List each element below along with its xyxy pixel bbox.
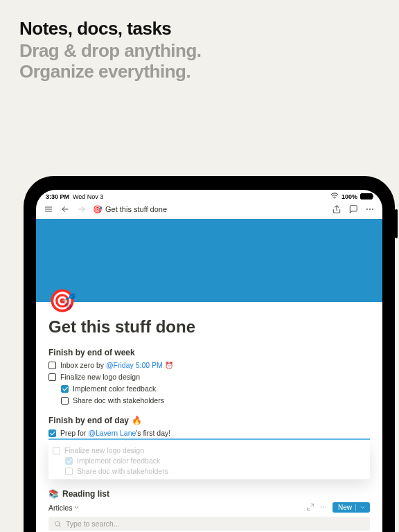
svg-point-6 [366, 209, 368, 210]
todo-item[interactable]: Prep for @Lavern Lane's first day! [48, 429, 370, 437]
breadcrumb[interactable]: 🎯 Get this stuff done [93, 205, 167, 214]
date-mention[interactable]: @Friday 5:00 PM [106, 361, 163, 369]
tablet-frame: 3:30 PM Wed Nov 3 100% 🎯 [24, 176, 395, 532]
comments-button[interactable] [348, 204, 359, 215]
breadcrumb-label: Get this stuff done [105, 205, 167, 213]
svg-line-10 [307, 508, 310, 511]
target-icon: 🎯 [93, 205, 103, 214]
books-icon: 📚 [48, 489, 59, 499]
todo-item[interactable]: Finalize new logo design [53, 446, 366, 454]
svg-line-9 [311, 504, 314, 506]
promo-subtitle: Drag & drop anything. Organize everythin… [19, 41, 380, 82]
svg-point-12 [323, 506, 324, 508]
checkbox[interactable] [65, 457, 73, 465]
screen: 3:30 PM Wed Nov 3 100% 🎯 [36, 190, 382, 532]
drag-ghost-block[interactable]: Finalize new logo design Implement color… [48, 441, 370, 479]
db-more-icon[interactable] [319, 503, 328, 513]
wifi-icon [330, 193, 339, 200]
checkbox[interactable] [61, 397, 69, 405]
todo-item[interactable]: Implement color feedback [61, 384, 370, 393]
back-button[interactable] [60, 204, 71, 215]
checkbox[interactable] [65, 468, 73, 475]
svg-point-13 [326, 506, 327, 508]
battery-icon [360, 193, 373, 200]
checkbox[interactable] [48, 429, 56, 437]
svg-point-11 [321, 506, 322, 508]
section-heading-week[interactable]: Finish by end of week [48, 348, 370, 357]
search-placeholder: Type to search... [66, 520, 120, 528]
reminder-icon: ⏰ [165, 362, 173, 369]
checkbox[interactable] [48, 362, 56, 369]
promo-title: Notes, docs, tasks [19, 18, 380, 39]
forward-button[interactable] [76, 204, 87, 215]
todo-item[interactable]: Finalize new logo design [48, 373, 370, 381]
power-button [395, 209, 398, 238]
svg-point-8 [372, 209, 373, 210]
page-title[interactable]: Get this stuff done [48, 317, 370, 337]
new-button[interactable]: New [332, 502, 370, 513]
todo-item[interactable]: Inbox zero by @Friday 5:00 PM ⏰ [48, 361, 370, 369]
status-time: 3:30 PM [46, 193, 69, 200]
promo-block: Notes, docs, tasks Drag & drop anything.… [0, 0, 399, 82]
more-button[interactable] [364, 204, 375, 215]
battery-percent: 100% [342, 193, 357, 200]
person-mention[interactable]: @Lavern Lane [88, 429, 136, 437]
database-title[interactable]: 📚 Reading list [48, 489, 370, 499]
status-date: Wed Nov 3 [73, 193, 103, 200]
toolbar: 🎯 Get this stuff done [36, 202, 382, 219]
status-bar: 3:30 PM Wed Nov 3 100% [36, 190, 382, 202]
checkbox[interactable] [61, 385, 69, 393]
search-input[interactable]: Type to search... [48, 517, 370, 531]
expand-icon[interactable] [306, 503, 314, 513]
todo-item[interactable]: Share doc with stakeholders [65, 467, 366, 475]
svg-line-15 [60, 525, 61, 526]
svg-point-7 [369, 209, 371, 210]
database-toolbar: Articles New [48, 502, 370, 513]
page-body: 🎯 Get this stuff done Finish by end of w… [36, 290, 382, 532]
svg-point-0 [334, 198, 335, 199]
page-icon[interactable]: 🎯 [48, 290, 370, 312]
fire-icon: 🔥 [132, 416, 142, 425]
share-button[interactable] [331, 204, 342, 215]
todo-item[interactable]: Implement color feedback [65, 456, 366, 465]
svg-point-14 [55, 521, 60, 525]
menu-button[interactable] [43, 204, 54, 215]
checkbox[interactable] [48, 373, 56, 381]
view-switcher[interactable]: Articles [48, 504, 80, 512]
checkbox[interactable] [53, 447, 60, 454]
todo-item[interactable]: Share doc with stakeholders [61, 396, 370, 405]
section-heading-day[interactable]: Finish by end of day 🔥 [48, 416, 370, 425]
